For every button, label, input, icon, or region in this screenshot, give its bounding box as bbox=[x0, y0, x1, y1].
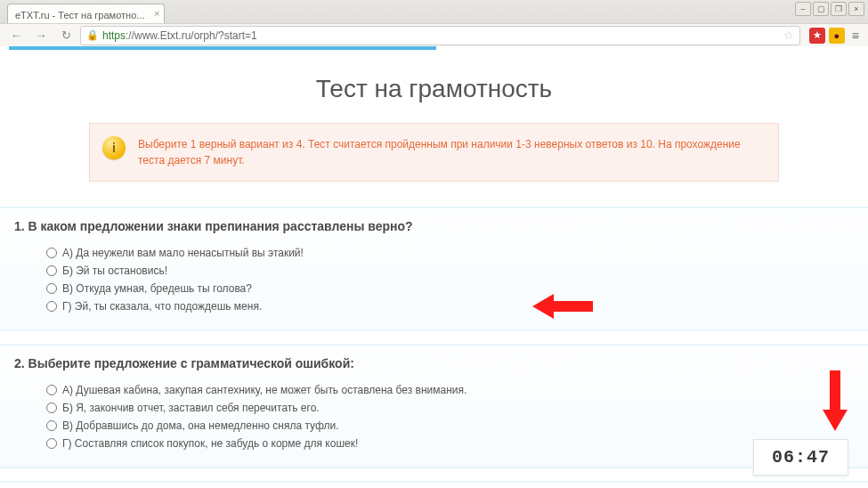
question-option[interactable]: Г) Эй, ты сказала, что подождешь меня. bbox=[46, 297, 854, 315]
bookmark-icon[interactable]: ☆ bbox=[783, 28, 794, 42]
radio-input[interactable] bbox=[46, 248, 57, 258]
question-options: А) Да неужели вам мало ненасытный вы эта… bbox=[14, 244, 854, 315]
tab-strip: eTXT.ru - Тест на грамотно... × – ▢ ❐ × bbox=[0, 0, 868, 23]
question-option[interactable]: Г) Составляя список покупок, не забудь о… bbox=[46, 435, 854, 452]
question-option[interactable]: В) Добравшись до дома, она немедленно сн… bbox=[46, 417, 854, 435]
option-label: В) Откуда умная, бредешь ты голова? bbox=[62, 282, 252, 295]
option-label: А) Душевая кабина, закупая сантехнику, н… bbox=[62, 384, 466, 396]
radio-input[interactable] bbox=[46, 301, 57, 312]
questions-container: 1. В каком предложении знаки препинания … bbox=[0, 207, 868, 488]
question-option[interactable]: Б) Я, закончив отчет, заставил себя пере… bbox=[46, 399, 854, 417]
extension-icon[interactable]: ● bbox=[829, 28, 845, 44]
notice-text: Выберите 1 верный вариант из 4. Тест счи… bbox=[138, 138, 741, 167]
page-body: Тест на грамотность i Выберите 1 верный … bbox=[0, 46, 868, 488]
notice-box: i Выберите 1 верный вариант из 4. Тест с… bbox=[89, 123, 779, 182]
option-label: Г) Эй, ты сказала, что подождешь меня. bbox=[62, 300, 262, 313]
minimize-button[interactable]: – bbox=[795, 2, 811, 16]
question-title: 2. Выберите предложение с грамматической… bbox=[14, 356, 854, 370]
question-block: 1. В каком предложении знаки препинания … bbox=[0, 207, 868, 331]
info-icon: i bbox=[102, 136, 126, 159]
timer: 06:47 bbox=[753, 439, 848, 476]
radio-input[interactable] bbox=[46, 420, 57, 431]
question-title: 1. В каком предложении знаки препинания … bbox=[14, 219, 854, 233]
option-label: Б) Эй ты остановись! bbox=[62, 264, 167, 277]
browser-tab[interactable]: eTXT.ru - Тест на грамотно... × bbox=[7, 4, 165, 23]
address-row: ← → ↻ 🔒 https://www.Etxt.ru/orph/?start=… bbox=[0, 23, 868, 46]
extension-icons: ★ ● bbox=[809, 28, 845, 44]
close-icon[interactable]: × bbox=[154, 8, 159, 19]
option-label: В) Добравшись до дома, она немедленно сн… bbox=[62, 419, 339, 432]
back-button[interactable]: ← bbox=[5, 27, 27, 45]
question-option[interactable]: Б) Эй ты остановись! bbox=[46, 262, 854, 280]
radio-input[interactable] bbox=[46, 265, 57, 276]
question-option[interactable]: А) Душевая кабина, закупая сантехнику, н… bbox=[46, 381, 854, 399]
reload-button[interactable]: ↻ bbox=[55, 27, 77, 45]
forward-button[interactable]: → bbox=[30, 27, 52, 45]
url-rest: ://www.Etxt.ru/orph/?start=1 bbox=[126, 29, 257, 42]
question-options: А) Душевая кабина, закупая сантехнику, н… bbox=[14, 381, 854, 452]
option-label: А) Да неужели вам мало ненасытный вы эта… bbox=[62, 247, 304, 259]
radio-input[interactable] bbox=[46, 385, 57, 395]
question-option[interactable]: В) Откуда умная, бредешь ты голова? bbox=[46, 280, 854, 297]
radio-input[interactable] bbox=[46, 438, 57, 449]
radio-input[interactable] bbox=[46, 283, 57, 294]
lock-icon: 🔒 bbox=[86, 29, 99, 41]
page-title: Тест на грамотность bbox=[0, 50, 868, 123]
radio-input[interactable] bbox=[46, 403, 57, 413]
restore-button[interactable]: ❐ bbox=[831, 2, 847, 16]
option-label: Г) Составляя список покупок, не забудь о… bbox=[62, 437, 358, 450]
maximize-button[interactable]: ▢ bbox=[813, 2, 829, 16]
question-option[interactable]: А) Да неужели вам мало ненасытный вы эта… bbox=[46, 244, 854, 262]
option-label: Б) Я, закончив отчет, заставил себя пере… bbox=[62, 402, 320, 414]
menu-icon[interactable]: ≡ bbox=[848, 28, 863, 43]
close-window-button[interactable]: × bbox=[848, 2, 864, 16]
url-scheme: https bbox=[102, 29, 126, 42]
window-controls: – ▢ ❐ × bbox=[795, 2, 864, 16]
extension-icon[interactable]: ★ bbox=[809, 28, 825, 44]
browser-chrome: eTXT.ru - Тест на грамотно... × – ▢ ❐ × … bbox=[0, 0, 868, 46]
tab-title: eTXT.ru - Тест на грамотно... bbox=[15, 10, 144, 20]
question-block: 2. Выберите предложение с грамматической… bbox=[0, 344, 868, 468]
question-block: 3. Выберите правильный вариант написания… bbox=[0, 481, 868, 488]
address-bar[interactable]: 🔒 https://www.Etxt.ru/orph/?start=1 ☆ bbox=[80, 26, 800, 45]
